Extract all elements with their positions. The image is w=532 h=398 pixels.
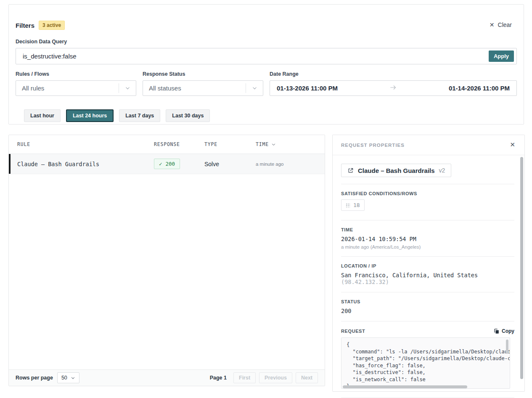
date-range-picker[interactable]: 01-13-2026 11:00 PM 01-14-2026 11:00 PM bbox=[270, 80, 517, 96]
section-divider bbox=[341, 184, 514, 184]
status-filter-label: Response Status bbox=[143, 71, 263, 77]
active-filters-badge: 3 active bbox=[39, 21, 65, 30]
code-line: { bbox=[347, 341, 504, 348]
status-label: STATUS bbox=[341, 299, 514, 304]
satisfied-count-badge: 18 bbox=[341, 199, 365, 211]
check-icon: ✓ bbox=[159, 161, 162, 167]
filters-title: Filters bbox=[16, 22, 34, 29]
column-header-type: TYPE bbox=[204, 141, 256, 147]
apply-button[interactable]: Apply bbox=[489, 50, 514, 62]
rows-per-page-select[interactable]: 50 bbox=[57, 372, 79, 383]
quick-range-last-hour[interactable]: Last hour bbox=[24, 109, 61, 122]
filters-panel: Filters 3 active ✕ Clear Decision Data Q… bbox=[8, 4, 524, 125]
rows-per-page-label: Rows per page bbox=[16, 375, 53, 381]
column-header-response: RESPONSE bbox=[154, 141, 204, 147]
row-type: Solve bbox=[204, 161, 256, 167]
copy-icon bbox=[494, 329, 499, 334]
quick-range-last-30-days[interactable]: Last 30 days bbox=[166, 109, 210, 122]
query-label: Decision Data Query bbox=[16, 39, 67, 45]
results-table-panel: RULE RESPONSE TYPE TIME Claude – Bash Gu… bbox=[8, 135, 325, 386]
status-value: 200 bbox=[341, 308, 514, 314]
time-value: 2026-01-14 10:59:54 PM bbox=[341, 236, 514, 242]
rule-link-button[interactable]: Claude – Bash Guardrails v2 bbox=[341, 164, 451, 177]
table-footer: Rows per page 50 Page 1 First Previous N… bbox=[9, 369, 325, 386]
previous-page-button[interactable]: Previous bbox=[259, 372, 292, 383]
code-line: "has_force_flag": false, bbox=[347, 362, 504, 369]
properties-header: REQUEST PROPERTIES ✕ bbox=[333, 135, 524, 155]
location-value: San Francisco, California, United States… bbox=[341, 272, 514, 285]
satisfied-label: SATISFIED CONDITIONS/ROWS bbox=[341, 191, 514, 196]
rules-filter-label: Rules / Flows bbox=[16, 71, 136, 77]
section-divider bbox=[341, 256, 514, 257]
table-row[interactable]: Claude – Bash Guardrails ✓ 200 Solve a m… bbox=[9, 154, 325, 174]
rules-filter-value: All rules bbox=[22, 85, 119, 92]
section-divider bbox=[341, 292, 514, 292]
grid-dots-icon bbox=[346, 203, 350, 207]
page-indicator: Page 1 bbox=[210, 375, 227, 381]
quick-range-last-24-hours[interactable]: Last 24 hours bbox=[66, 109, 114, 122]
table-header-row: RULE RESPONSE TYPE TIME bbox=[9, 135, 325, 154]
location-label: LOCATION / IP bbox=[341, 263, 514, 268]
panel-scrollbar[interactable] bbox=[520, 157, 523, 379]
rule-version: v2 bbox=[439, 167, 445, 174]
close-icon: ✕ bbox=[490, 21, 495, 28]
request-label: REQUEST bbox=[341, 329, 365, 334]
code-line: "command": "ls -la /Users/sidgarimella/D… bbox=[347, 348, 504, 356]
row-rule-name: Claude – Bash Guardrails bbox=[9, 161, 154, 167]
clear-filters-label: Clear bbox=[498, 21, 512, 28]
chevron-down-icon bbox=[119, 85, 136, 91]
clear-filters-button[interactable]: ✕ Clear bbox=[490, 21, 512, 28]
time-label: TIME bbox=[341, 227, 514, 232]
code-vertical-scrollbar[interactable] bbox=[506, 340, 508, 354]
chevron-down-icon bbox=[271, 142, 276, 147]
query-input[interactable] bbox=[16, 48, 517, 64]
quick-range-group: Last hour Last 24 hours Last 7 days Last… bbox=[24, 109, 210, 122]
request-properties-panel: REQUEST PROPERTIES ✕ Claude – Bash Guard… bbox=[332, 135, 525, 392]
code-horizontal-scrollbar[interactable] bbox=[343, 385, 467, 388]
code-line: "is_network_call": false bbox=[347, 376, 504, 383]
rule-link-name: Claude – Bash Guardrails bbox=[358, 167, 435, 174]
external-link-icon bbox=[347, 167, 354, 174]
code-line: "is_destructive": false, bbox=[347, 369, 504, 376]
section-divider bbox=[341, 321, 514, 321]
first-page-button[interactable]: First bbox=[233, 372, 256, 383]
date-range-end[interactable]: 01-14-2026 11:00 PM bbox=[449, 85, 510, 92]
column-header-time-sort[interactable]: TIME bbox=[256, 141, 325, 147]
column-header-rule: RULE bbox=[9, 141, 154, 147]
response-status-badge: ✓ 200 bbox=[154, 159, 180, 169]
properties-title: REQUEST PROPERTIES bbox=[341, 143, 405, 148]
section-divider bbox=[341, 220, 514, 220]
next-page-button[interactable]: Next bbox=[296, 372, 318, 383]
date-range-label: Date Range bbox=[270, 71, 517, 77]
close-icon[interactable]: ✕ bbox=[510, 141, 515, 149]
rules-filter-select[interactable]: All rules bbox=[16, 80, 136, 96]
row-time: a minute ago bbox=[256, 162, 325, 167]
chevron-down-icon bbox=[246, 85, 263, 91]
time-relative: a minute ago (America/Los_Angeles) bbox=[341, 244, 514, 249]
quick-range-last-7-days[interactable]: Last 7 days bbox=[119, 109, 160, 122]
date-range-start[interactable]: 01-13-2026 11:00 PM bbox=[277, 85, 338, 92]
request-code-block[interactable]: { "command": "ls -la /Users/sidgarimella… bbox=[341, 337, 510, 389]
chevron-down-icon bbox=[71, 376, 75, 380]
ip-address: (98.42.132.32) bbox=[341, 279, 389, 285]
status-filter-select[interactable]: All statuses bbox=[143, 80, 263, 96]
arrow-right-icon bbox=[390, 85, 397, 92]
code-line: "target_path": "/Users/sidgarimella/Desk… bbox=[347, 355, 504, 362]
copy-request-button[interactable]: Copy bbox=[494, 328, 514, 334]
status-filter-value: All statuses bbox=[149, 85, 246, 92]
